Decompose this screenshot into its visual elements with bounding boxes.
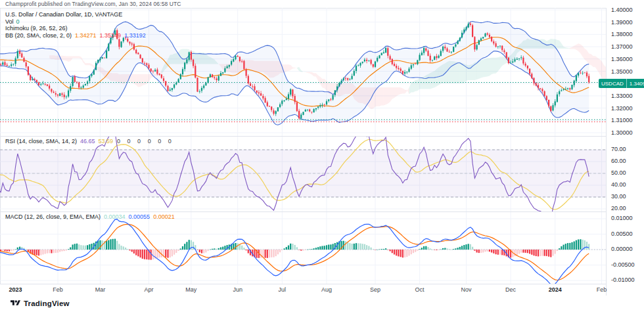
bb-lower-value: 1.33192	[124, 32, 146, 39]
time-tick-label: Aug	[321, 286, 332, 293]
price-tick-label: 1.33000	[611, 93, 633, 99]
price-axis[interactable]: 1.400001.390001.380001.370001.360001.350…	[606, 8, 644, 296]
time-tick-label: Apr	[144, 286, 153, 293]
price-tick-label: 1.39000	[611, 19, 633, 26]
time-tick-label: May	[185, 286, 196, 293]
published-line: Champprofit published on TradingView.com…	[5, 1, 181, 7]
bb-basis-value: 1.34271	[75, 32, 97, 39]
rsi-tick-label: 50.00	[611, 169, 626, 176]
time-tick-label: Nov	[461, 286, 471, 293]
price-tick-label: 1.30000	[611, 129, 633, 136]
rsi-chart[interactable]	[0, 137, 606, 211]
price-tick-label: 1.37000	[611, 43, 633, 50]
rsi-tick-label: 30.00	[611, 193, 626, 200]
time-axis[interactable]: 2023FebMarAprMayJunJulAugSepOctNovDec202…	[0, 284, 606, 296]
macd-tick-label: -0.01000	[611, 277, 635, 283]
rsi-legend: RSI (14, close, SMA, 14, 2)46.6553.590 0…	[5, 138, 174, 145]
time-tick-label: 2023	[9, 286, 22, 293]
badge-symbol: USDCAD	[599, 79, 627, 88]
time-tick-label: Oct	[415, 286, 425, 293]
tradingview-attribution[interactable]: TradingView	[11, 299, 70, 307]
bb-upper-value: 1.35349	[100, 32, 122, 39]
rsi-zero-values: 0 0 0 0 0 0	[117, 138, 174, 144]
macd-panel[interactable]	[0, 211, 606, 284]
symbol-title[interactable]: U.S. Dollar / Canadian Dollar, 1D, VANTA…	[5, 11, 146, 18]
macd-label[interactable]: MACD (12, 26, close, 9, EMA, EMA)	[5, 213, 101, 220]
price-tick-label: 1.40000	[611, 7, 633, 13]
macd-signal-value: 0.00021	[153, 213, 175, 220]
rsi-tick-label: 40.00	[611, 181, 626, 188]
tradingview-brand-text: TradingView	[24, 299, 70, 307]
rsi-panel[interactable]	[0, 136, 606, 211]
time-tick-label: Jun	[233, 286, 242, 293]
macd-legend: MACD (12, 26, close, 9, EMA, EMA)0.00034…	[5, 213, 175, 221]
price-tick-label: 1.32000	[611, 105, 633, 112]
macd-hist-value: 0.00034	[104, 213, 126, 220]
current-price-badge[interactable]: USDCAD 1.34093	[599, 79, 644, 88]
time-tick-label: Mar	[95, 286, 106, 293]
macd-line-value: 0.00055	[129, 213, 150, 220]
rsi-ma-value: 53.59	[99, 138, 114, 144]
vol-value: 0	[16, 18, 20, 25]
price-tick-label: 1.36000	[611, 56, 633, 62]
rsi-tick-label: 20.00	[611, 205, 626, 211]
vol-label[interactable]: Vol	[5, 18, 14, 25]
time-tick-label: Dec	[505, 286, 516, 293]
ichimoku-label[interactable]: Ichimoku (9, 26, 52, 26)	[5, 25, 146, 32]
tradingview-logo-icon	[11, 299, 20, 307]
macd-chart[interactable]	[0, 212, 606, 284]
time-tick-label: 2024	[549, 286, 562, 293]
macd-tick-label: 0.00500	[611, 231, 633, 237]
main-legend: U.S. Dollar / Canadian Dollar, 1D, VANTA…	[5, 11, 146, 39]
macd-tick-label: -0.00500	[611, 261, 635, 268]
time-tick-label: Feb	[53, 286, 63, 293]
price-tick-label: 1.31000	[611, 117, 633, 123]
badge-price: 1.34093	[627, 79, 644, 88]
bb-label[interactable]: BB (20, SMA, close, 2, 0)	[5, 32, 72, 39]
price-tick-label: 1.38000	[611, 31, 633, 37]
price-tick-label: 1.35000	[611, 68, 633, 75]
rsi-label[interactable]: RSI (14, close, SMA, 14, 2)	[5, 138, 77, 144]
time-tick-label: Feb	[597, 286, 607, 293]
macd-tick-label: 0.01000	[611, 215, 633, 221]
rsi-value: 46.65	[80, 138, 95, 144]
rsi-tick-label: 60.00	[611, 158, 626, 164]
time-tick-label: Jul	[279, 286, 287, 293]
macd-tick-label: 0.00000	[611, 246, 633, 252]
time-tick-label: Sep	[370, 286, 380, 293]
tradingview-chart-window: Champprofit published on TradingView.com…	[0, 0, 644, 310]
rsi-tick-label: 70.00	[611, 146, 626, 152]
